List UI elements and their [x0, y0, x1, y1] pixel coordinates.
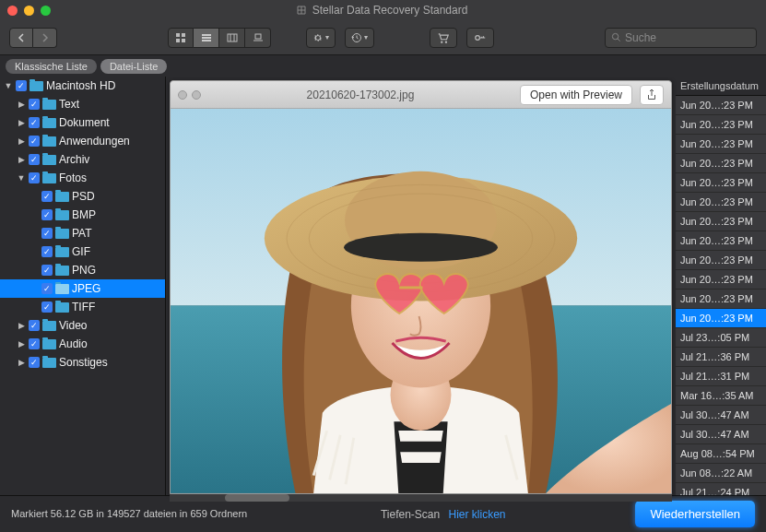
disclosure-closed-icon[interactable]: ▶ — [17, 339, 26, 349]
share-button[interactable] — [640, 85, 664, 105]
tree-item-anwendungen[interactable]: ▶✓Anwendungen — [0, 132, 165, 150]
checkbox[interactable]: ✓ — [29, 357, 40, 368]
tree-item-label: PNG — [72, 264, 96, 277]
folder-icon — [42, 155, 56, 165]
tree-item-label: Archiv — [59, 153, 89, 166]
tree-item-label: Macintosh HD — [46, 79, 115, 92]
close-window-button[interactable] — [7, 6, 18, 16]
svg-rect-0 — [176, 33, 180, 37]
tree-item-audio[interactable]: ▶✓Audio — [0, 335, 165, 353]
disclosure-closed-icon[interactable]: ▶ — [17, 155, 26, 164]
zoom-window-button[interactable] — [41, 6, 51, 16]
date-row[interactable]: Jun 20…:23 PM — [676, 270, 766, 290]
checkbox[interactable]: ✓ — [41, 265, 53, 276]
date-row[interactable]: Jul 21…:31 PM — [676, 367, 766, 386]
date-row[interactable]: Jul 21…:36 PM — [676, 348, 766, 367]
date-row[interactable]: Jul 30…:47 AM — [676, 406, 766, 425]
date-row[interactable]: Jun 20…:23 PM — [676, 173, 766, 193]
tree-item-psd[interactable]: ✓PSD — [0, 187, 165, 206]
disclosure-open-icon[interactable]: ▼ — [17, 173, 26, 183]
checkbox[interactable]: ✓ — [41, 246, 53, 257]
horizontal-scrollbar[interactable] — [170, 494, 672, 502]
checkbox[interactable]: ✓ — [41, 209, 53, 220]
date-row[interactable]: Aug 08…:54 PM — [676, 444, 766, 464]
minimize-window-button[interactable] — [24, 6, 34, 16]
checkbox[interactable]: ✓ — [41, 191, 53, 202]
date-row[interactable]: Jul 21…:24 PM — [676, 483, 766, 495]
cart-button[interactable] — [430, 28, 457, 48]
tree-item-label: Text — [59, 98, 79, 111]
tree-item-macintosh-hd[interactable]: ▼✓Macintosh HD — [0, 77, 165, 95]
view-list-button[interactable] — [194, 28, 219, 48]
date-row[interactable]: Jun 20…:23 PM — [676, 290, 766, 309]
tree-item-fotos[interactable]: ▼✓Fotos — [0, 169, 165, 187]
date-row[interactable]: Jun 20…:23 PM — [676, 251, 766, 270]
checkbox[interactable]: ✓ — [29, 99, 40, 110]
tree-item-video[interactable]: ▶✓Video — [0, 316, 165, 335]
tree-item-tiff[interactable]: ✓TIFF — [0, 298, 165, 316]
checkbox[interactable]: ✓ — [29, 154, 40, 165]
checkbox[interactable]: ✓ — [29, 136, 40, 147]
date-row[interactable]: Jun 20…:23 PM — [676, 212, 766, 231]
date-row[interactable]: Jun 20…:23 PM — [676, 193, 766, 212]
tree-item-label: PAT — [72, 227, 92, 240]
date-row[interactable]: Jun 08…:22 AM — [676, 464, 766, 483]
disclosure-closed-icon[interactable]: ▶ — [17, 358, 26, 367]
tree-item-label: TIFF — [72, 301, 95, 313]
disclosure-closed-icon[interactable]: ▶ — [17, 100, 26, 109]
disclosure-closed-icon[interactable]: ▶ — [17, 136, 26, 146]
tree-item-bmp[interactable]: ✓BMP — [0, 206, 165, 224]
view-columns-button[interactable] — [219, 28, 245, 48]
date-row[interactable]: Jul 30…:47 AM — [676, 425, 766, 444]
tree-item-png[interactable]: ✓PNG — [0, 261, 165, 279]
recover-button[interactable]: Wiederherstellen — [635, 501, 755, 527]
date-row[interactable]: Jun 20…:23 PM — [676, 96, 766, 115]
checkbox[interactable]: ✓ — [29, 172, 40, 183]
date-row[interactable]: Mar 16…:35 AM — [676, 386, 766, 406]
disclosure-open-icon[interactable]: ▼ — [4, 81, 13, 90]
date-row[interactable]: Jun 20…:23 PM — [676, 115, 766, 135]
deep-scan-link[interactable]: Hier klicken — [449, 508, 506, 521]
search-input[interactable]: Suche — [605, 28, 757, 48]
preview-close-icon[interactable] — [178, 90, 187, 100]
date-row[interactable]: Jun 20…:23 PM — [676, 135, 766, 154]
folder-tree[interactable]: ▼✓Macintosh HD▶✓Text▶✓Dokument▶✓Anwendun… — [0, 77, 166, 495]
tab-classic-list[interactable]: Klassische Liste — [6, 59, 97, 74]
checkbox[interactable]: ✓ — [41, 228, 53, 239]
disclosure-closed-icon[interactable]: ▶ — [17, 321, 26, 330]
checkbox[interactable]: ✓ — [29, 320, 40, 331]
checkbox[interactable]: ✓ — [41, 301, 53, 313]
tab-file-list[interactable]: Datei-Liste — [100, 59, 168, 74]
date-row[interactable]: Jul 23…:05 PM — [676, 328, 766, 348]
tree-item-jpeg[interactable]: ✓JPEG — [0, 279, 165, 298]
tree-item-text[interactable]: ▶✓Text — [0, 95, 165, 113]
date-row[interactable]: Jun 20…:23 PM — [676, 231, 766, 251]
disclosure-closed-icon[interactable]: ▶ — [17, 118, 26, 127]
open-with-preview-button[interactable]: Open with Preview — [520, 85, 632, 105]
svg-point-25 — [344, 233, 498, 262]
tree-item-dokument[interactable]: ▶✓Dokument — [0, 113, 165, 132]
view-icons-button[interactable] — [168, 28, 194, 48]
history-button[interactable]: ▾ — [345, 28, 374, 48]
tree-item-pat[interactable]: ✓PAT — [0, 224, 165, 242]
tree-item-sonstiges[interactable]: ▶✓Sonstiges — [0, 353, 165, 372]
creation-date-column[interactable]: Erstellungsdatum Jun 20…:23 PMJun 20…:23… — [676, 77, 766, 495]
tree-item-archiv[interactable]: ▶✓Archiv — [0, 150, 165, 169]
key-button[interactable] — [466, 28, 494, 48]
checkbox[interactable]: ✓ — [29, 117, 40, 128]
date-row[interactable]: Jun 20…:23 PM — [676, 309, 766, 328]
checkbox[interactable]: ✓ — [41, 283, 53, 294]
forward-button[interactable] — [33, 28, 57, 48]
view-coverflow-button[interactable] — [245, 28, 271, 48]
checkbox[interactable]: ✓ — [16, 80, 27, 91]
back-button[interactable] — [9, 28, 33, 48]
tree-item-gif[interactable]: ✓GIF — [0, 242, 165, 261]
folder-icon — [55, 302, 69, 313]
checkbox[interactable]: ✓ — [29, 338, 40, 349]
column-header-date[interactable]: Erstellungsdatum — [676, 77, 766, 96]
tree-item-label: JPEG — [72, 282, 100, 295]
settings-button[interactable]: ▾ — [306, 28, 336, 48]
preview-expand-icon[interactable] — [192, 90, 201, 100]
preview-header: 20210620-173002.jpg Open with Preview — [171, 81, 671, 109]
date-row[interactable]: Jun 20…:23 PM — [676, 154, 766, 173]
